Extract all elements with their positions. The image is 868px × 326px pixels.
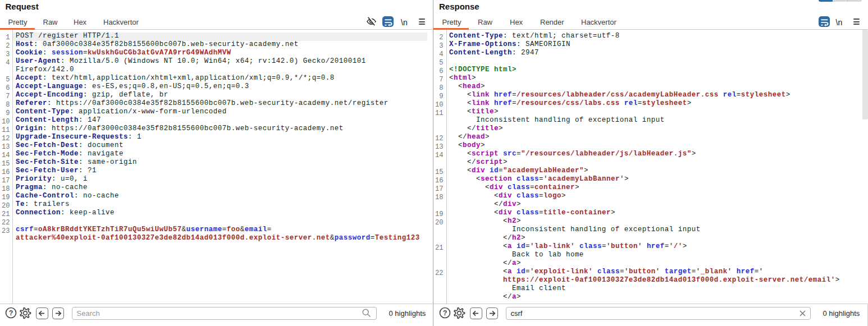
svg-text:?: ? [443,309,447,317]
svg-text:?: ? [9,309,13,317]
